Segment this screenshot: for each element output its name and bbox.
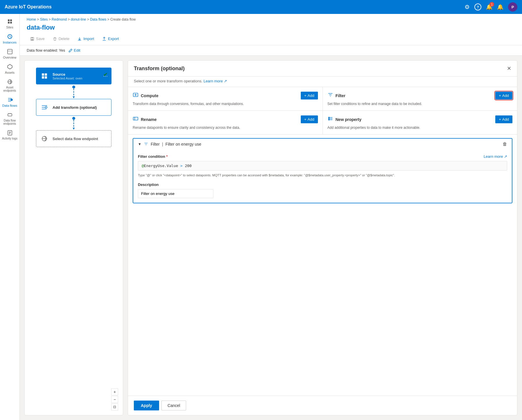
description-input[interactable] — [138, 189, 213, 198]
new-property-option: New property + Add Add additional proper… — [323, 111, 517, 134]
sidebar-item-sites-label: Sites — [6, 26, 13, 29]
learn-more-link[interactable]: Learn more ↗ — [204, 79, 227, 83]
sidebar-item-assets[interactable]: Assets — [0, 61, 19, 77]
delete-button[interactable]: Delete — [49, 35, 73, 43]
sidebar-item-instances-label: Instances — [3, 41, 17, 44]
import-button[interactable]: Import — [74, 35, 98, 43]
breadcrumb: Home > Sites > Redmond > donut-line > Da… — [27, 17, 515, 21]
svg-point-8 — [11, 99, 12, 101]
filter-delete-icon[interactable]: 🗑 — [503, 142, 507, 147]
edit-button[interactable]: Edit — [69, 48, 80, 52]
panel-close-button[interactable]: ✕ — [507, 65, 511, 72]
svg-point-33 — [328, 120, 329, 120]
svg-point-31 — [328, 117, 329, 118]
cancel-button[interactable]: Cancel — [161, 401, 186, 410]
source-icon — [40, 71, 49, 81]
zoom-out-button[interactable]: − — [111, 396, 118, 403]
filter-add-button[interactable]: + Add — [495, 92, 512, 99]
filter-section-header: ▼ Filter | Filter on energy use 🗑 — [133, 139, 512, 150]
breadcrumb-redmond[interactable]: Redmond — [52, 17, 67, 21]
breadcrumb-sites[interactable]: Sites — [40, 17, 48, 21]
svg-rect-9 — [8, 114, 12, 116]
filter-section-title: Filter — [151, 142, 160, 146]
sidebar-item-activity-logs[interactable]: Activity logs — [0, 128, 19, 142]
new-property-icon — [327, 116, 333, 123]
settings-icon[interactable]: ⚙ — [465, 3, 470, 10]
sidebar-item-data-flow-endpoints[interactable]: Data flow endpoints — [0, 110, 19, 128]
filter-condition-label: Filter condition * — [138, 154, 168, 159]
compute-icon — [133, 92, 138, 99]
source-title: Source — [53, 72, 100, 77]
compute-title: Compute — [141, 93, 159, 98]
nav-icons: ⚙ ? 🔔 1 🔔 P — [465, 2, 517, 12]
flow-status-label: Data flow enabled: Yes — [27, 48, 65, 52]
sidebar-item-instances[interactable]: Instances — [0, 31, 19, 46]
avatar[interactable]: P — [508, 2, 517, 12]
svg-rect-22 — [45, 76, 47, 79]
export-button[interactable]: Export — [99, 35, 123, 43]
filter-section: ▼ Filter | Filter on energy use 🗑 — [133, 138, 512, 203]
compute-add-button[interactable]: + Add — [301, 92, 318, 99]
flow-canvas: Source Selected Asset: oven ⋯ ✔ ▼ — [24, 60, 123, 415]
canvas-controls: + − ⊡ — [111, 388, 118, 410]
main-content: Source Selected Asset: oven ⋯ ✔ ▼ — [20, 56, 522, 420]
condition-at-sign: @ — [142, 164, 144, 168]
notification-icon[interactable]: 🔔 1 — [486, 4, 492, 10]
condition-number: 200 — [185, 164, 192, 168]
svg-rect-20 — [45, 73, 47, 76]
filter-chevron-icon[interactable]: ▼ — [138, 142, 141, 146]
apply-button[interactable]: Apply — [134, 401, 159, 410]
save-button[interactable]: Save — [27, 35, 48, 43]
rename-option: Rename + Add Rename datapoints to ensure… — [128, 111, 323, 134]
bell-icon[interactable]: 🔔 — [497, 4, 503, 10]
svg-rect-26 — [133, 117, 138, 120]
zoom-in-button[interactable]: + — [111, 388, 118, 395]
endpoint-node[interactable]: Select data flow endpoint — [36, 130, 111, 147]
filter-body: Filter condition * Learn more ↗ @EnergyU… — [133, 150, 512, 203]
breadcrumb-data-flows[interactable]: Data flows — [90, 17, 106, 21]
sidebar-item-assets-label: Assets — [5, 71, 15, 74]
sidebar-item-data-flows-label: Data flows — [2, 104, 17, 107]
notification-badge: 1 — [489, 2, 494, 7]
filter-learn-more[interactable]: Learn more ↗ — [484, 154, 507, 159]
edit-label: Edit — [74, 48, 80, 52]
compute-desc: Transform data through conversions, form… — [133, 102, 318, 106]
help-icon[interactable]: ? — [474, 3, 481, 10]
app-title: Azure IoT Operations — [5, 4, 465, 10]
rename-add-button[interactable]: + Add — [301, 115, 318, 123]
top-navigation: Azure IoT Operations ⚙ ? 🔔 1 🔔 P — [0, 0, 522, 14]
panel-subtitle: Select one or more transform operations.… — [128, 77, 517, 87]
breadcrumb-home[interactable]: Home — [27, 17, 36, 21]
source-subtitle: Selected Asset: oven — [53, 77, 100, 80]
source-node[interactable]: Source Selected Asset: oven ⋯ ✔ — [36, 68, 111, 84]
svg-rect-0 — [8, 19, 10, 21]
compute-option: Compute + Add Transform data through con… — [128, 87, 323, 111]
filter-condition-input[interactable]: @EnergyUse.Value > 200 — [138, 161, 507, 171]
panel-header: Transform (optional) ✕ — [128, 61, 517, 77]
fit-button[interactable]: ⊡ — [111, 403, 118, 410]
sidebar-item-data-flows[interactable]: Data flows — [0, 95, 19, 110]
svg-point-32 — [328, 118, 329, 119]
new-property-title: New property — [336, 117, 361, 122]
transform-node[interactable]: Add transform (optional) — [36, 99, 111, 116]
svg-rect-5 — [8, 49, 12, 54]
svg-rect-1 — [10, 19, 12, 21]
svg-point-23 — [45, 106, 47, 108]
sidebar-item-overview[interactable]: Overview — [0, 46, 19, 61]
rename-icon — [133, 116, 138, 123]
endpoint-icon — [40, 134, 49, 143]
page-header: Home > Sites > Redmond > donut-line > Da… — [20, 14, 522, 45]
breadcrumb-current: Create data flow — [110, 17, 136, 21]
rename-desc: Rename datapoints to ensure clarity and … — [133, 126, 318, 130]
svg-rect-3 — [10, 22, 12, 23]
condition-value: EnergyUse.Value — [144, 164, 178, 168]
transform-options: Compute + Add Transform data through con… — [128, 87, 517, 135]
sidebar-item-asset-endpoints[interactable]: Asset endpoints — [0, 77, 19, 95]
new-property-add-button[interactable]: + Add — [495, 115, 512, 123]
sidebar-item-sites[interactable]: Sites — [0, 16, 19, 31]
transform-icon — [40, 103, 49, 112]
delete-label: Delete — [59, 37, 70, 41]
breadcrumb-donut-line[interactable]: donut-line — [71, 17, 86, 21]
sidebar-item-activity-logs-label: Activity logs — [2, 137, 17, 140]
svg-rect-15 — [31, 37, 33, 38]
